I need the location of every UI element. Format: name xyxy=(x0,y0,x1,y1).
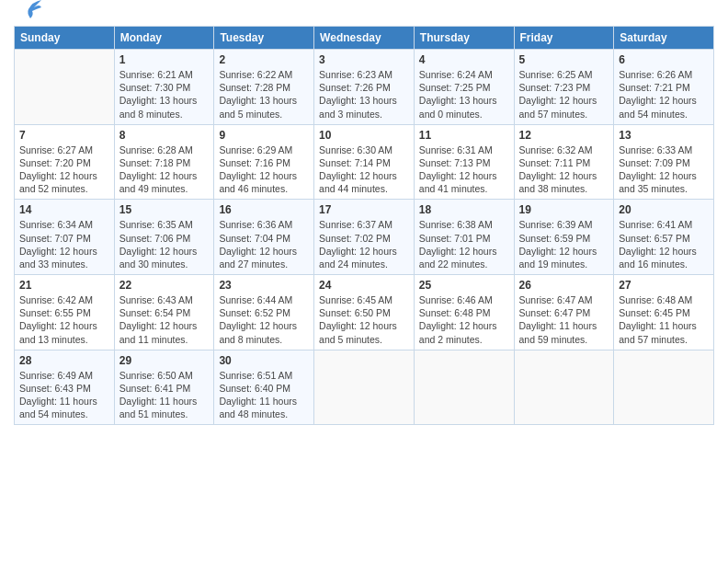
day-info: Sunrise: 6:35 AM Sunset: 7:06 PM Dayligh… xyxy=(119,218,210,270)
day-info: Sunrise: 6:22 AM Sunset: 7:28 PM Dayligh… xyxy=(219,68,309,121)
day-info: Sunrise: 6:37 AM Sunset: 7:02 PM Dayligh… xyxy=(319,218,409,270)
day-info: Sunrise: 6:31 AM Sunset: 7:13 PM Dayligh… xyxy=(419,144,509,196)
day-info: Sunrise: 6:46 AM Sunset: 6:48 PM Dayligh… xyxy=(419,293,509,346)
day-number: 7 xyxy=(19,129,109,142)
calendar-cell: 25Sunrise: 6:46 AM Sunset: 6:48 PM Dayli… xyxy=(414,275,514,350)
day-number: 25 xyxy=(419,279,509,292)
day-info: Sunrise: 6:24 AM Sunset: 7:25 PM Dayligh… xyxy=(419,68,509,121)
day-number: 11 xyxy=(419,129,509,142)
day-number: 14 xyxy=(19,203,109,216)
calendar-cell: 20Sunrise: 6:41 AM Sunset: 6:57 PM Dayli… xyxy=(614,200,714,275)
logo xyxy=(14,9,41,18)
day-number: 6 xyxy=(619,53,709,66)
day-number: 19 xyxy=(519,203,609,216)
calendar-cell: 12Sunrise: 6:32 AM Sunset: 7:11 PM Dayli… xyxy=(514,124,614,200)
calendar-cell: 17Sunrise: 6:37 AM Sunset: 7:02 PM Dayli… xyxy=(314,200,415,275)
calendar-cell: 28Sunrise: 6:49 AM Sunset: 6:43 PM Dayli… xyxy=(15,350,115,425)
day-info: Sunrise: 6:30 AM Sunset: 7:14 PM Dayligh… xyxy=(319,144,409,196)
day-number: 2 xyxy=(219,53,309,66)
calendar-week-row: 1Sunrise: 6:21 AM Sunset: 7:30 PM Daylig… xyxy=(15,50,714,125)
day-number: 29 xyxy=(119,354,210,367)
day-number: 8 xyxy=(119,129,210,142)
col-header-thursday: Thursday xyxy=(414,27,514,50)
day-info: Sunrise: 6:26 AM Sunset: 7:21 PM Dayligh… xyxy=(619,68,709,121)
calendar-cell: 1Sunrise: 6:21 AM Sunset: 7:30 PM Daylig… xyxy=(114,50,214,125)
day-info: Sunrise: 6:47 AM Sunset: 6:47 PM Dayligh… xyxy=(519,293,609,346)
day-info: Sunrise: 6:21 AM Sunset: 7:30 PM Dayligh… xyxy=(119,68,210,121)
calendar-cell: 2Sunrise: 6:22 AM Sunset: 7:28 PM Daylig… xyxy=(214,50,314,125)
calendar-cell: 5Sunrise: 6:25 AM Sunset: 7:23 PM Daylig… xyxy=(514,50,614,125)
day-info: Sunrise: 6:38 AM Sunset: 7:01 PM Dayligh… xyxy=(419,218,509,270)
calendar-cell: 10Sunrise: 6:30 AM Sunset: 7:14 PM Dayli… xyxy=(314,124,415,200)
day-info: Sunrise: 6:25 AM Sunset: 7:23 PM Dayligh… xyxy=(519,68,609,121)
day-info: Sunrise: 6:36 AM Sunset: 7:04 PM Dayligh… xyxy=(219,218,309,270)
day-info: Sunrise: 6:51 AM Sunset: 6:40 PM Dayligh… xyxy=(219,369,309,421)
day-number: 1 xyxy=(119,53,210,66)
calendar-cell: 13Sunrise: 6:33 AM Sunset: 7:09 PM Dayli… xyxy=(614,124,714,200)
day-info: Sunrise: 6:44 AM Sunset: 6:52 PM Dayligh… xyxy=(219,293,309,346)
calendar-cell: 19Sunrise: 6:39 AM Sunset: 6:59 PM Dayli… xyxy=(514,200,614,275)
day-number: 16 xyxy=(219,203,309,216)
calendar-cell: 21Sunrise: 6:42 AM Sunset: 6:55 PM Dayli… xyxy=(15,275,115,350)
calendar-cell: 18Sunrise: 6:38 AM Sunset: 7:01 PM Dayli… xyxy=(414,200,514,275)
day-number: 26 xyxy=(519,279,609,292)
logo-bird-icon xyxy=(16,0,41,18)
col-header-friday: Friday xyxy=(514,27,614,50)
calendar-week-row: 7Sunrise: 6:27 AM Sunset: 7:20 PM Daylig… xyxy=(15,124,714,200)
calendar-cell: 23Sunrise: 6:44 AM Sunset: 6:52 PM Dayli… xyxy=(214,275,314,350)
day-info: Sunrise: 6:27 AM Sunset: 7:20 PM Dayligh… xyxy=(19,144,109,196)
day-number: 12 xyxy=(519,129,609,142)
col-header-monday: Monday xyxy=(114,27,214,50)
day-info: Sunrise: 6:28 AM Sunset: 7:18 PM Dayligh… xyxy=(119,144,210,196)
calendar-cell: 26Sunrise: 6:47 AM Sunset: 6:47 PM Dayli… xyxy=(514,275,614,350)
day-number: 28 xyxy=(19,354,109,367)
day-info: Sunrise: 6:34 AM Sunset: 7:07 PM Dayligh… xyxy=(19,218,109,270)
day-info: Sunrise: 6:49 AM Sunset: 6:43 PM Dayligh… xyxy=(19,369,109,421)
calendar-cell: 15Sunrise: 6:35 AM Sunset: 7:06 PM Dayli… xyxy=(114,200,214,275)
day-number: 24 xyxy=(319,279,409,292)
calendar-cell xyxy=(414,350,514,425)
calendar-cell: 11Sunrise: 6:31 AM Sunset: 7:13 PM Dayli… xyxy=(414,124,514,200)
day-info: Sunrise: 6:48 AM Sunset: 6:45 PM Dayligh… xyxy=(619,293,709,346)
calendar-cell xyxy=(314,350,415,425)
day-info: Sunrise: 6:50 AM Sunset: 6:41 PM Dayligh… xyxy=(119,369,210,421)
calendar-cell: 8Sunrise: 6:28 AM Sunset: 7:18 PM Daylig… xyxy=(114,124,214,200)
day-number: 15 xyxy=(119,203,210,216)
day-number: 10 xyxy=(319,129,409,142)
day-number: 17 xyxy=(319,203,409,216)
calendar-cell: 24Sunrise: 6:45 AM Sunset: 6:50 PM Dayli… xyxy=(314,275,415,350)
day-number: 21 xyxy=(19,279,109,292)
day-info: Sunrise: 6:43 AM Sunset: 6:54 PM Dayligh… xyxy=(119,293,210,346)
calendar-cell: 14Sunrise: 6:34 AM Sunset: 7:07 PM Dayli… xyxy=(15,200,115,275)
col-header-saturday: Saturday xyxy=(614,27,714,50)
day-info: Sunrise: 6:33 AM Sunset: 7:09 PM Dayligh… xyxy=(619,144,709,196)
calendar-cell: 6Sunrise: 6:26 AM Sunset: 7:21 PM Daylig… xyxy=(614,50,714,125)
calendar-cell: 9Sunrise: 6:29 AM Sunset: 7:16 PM Daylig… xyxy=(214,124,314,200)
day-number: 9 xyxy=(219,129,309,142)
calendar-header-row: SundayMondayTuesdayWednesdayThursdayFrid… xyxy=(15,27,714,50)
calendar-cell xyxy=(15,50,115,125)
day-number: 18 xyxy=(419,203,509,216)
day-number: 20 xyxy=(619,203,709,216)
day-number: 13 xyxy=(619,129,709,142)
col-header-wednesday: Wednesday xyxy=(314,27,415,50)
col-header-tuesday: Tuesday xyxy=(214,27,314,50)
calendar-week-row: 28Sunrise: 6:49 AM Sunset: 6:43 PM Dayli… xyxy=(15,350,714,425)
day-info: Sunrise: 6:29 AM Sunset: 7:16 PM Dayligh… xyxy=(219,144,309,196)
day-info: Sunrise: 6:39 AM Sunset: 6:59 PM Dayligh… xyxy=(519,218,609,270)
day-number: 23 xyxy=(219,279,309,292)
calendar-cell: 3Sunrise: 6:23 AM Sunset: 7:26 PM Daylig… xyxy=(314,50,415,125)
day-number: 27 xyxy=(619,279,709,292)
calendar-cell: 22Sunrise: 6:43 AM Sunset: 6:54 PM Dayli… xyxy=(114,275,214,350)
page-header xyxy=(14,9,714,18)
day-number: 3 xyxy=(319,53,409,66)
calendar-cell: 29Sunrise: 6:50 AM Sunset: 6:41 PM Dayli… xyxy=(114,350,214,425)
calendar-week-row: 14Sunrise: 6:34 AM Sunset: 7:07 PM Dayli… xyxy=(15,200,714,275)
calendar-cell xyxy=(514,350,614,425)
calendar-cell: 30Sunrise: 6:51 AM Sunset: 6:40 PM Dayli… xyxy=(214,350,314,425)
calendar-cell: 7Sunrise: 6:27 AM Sunset: 7:20 PM Daylig… xyxy=(15,124,115,200)
col-header-sunday: Sunday xyxy=(15,27,115,50)
day-number: 4 xyxy=(419,53,509,66)
day-number: 5 xyxy=(519,53,609,66)
calendar-week-row: 21Sunrise: 6:42 AM Sunset: 6:55 PM Dayli… xyxy=(15,275,714,350)
